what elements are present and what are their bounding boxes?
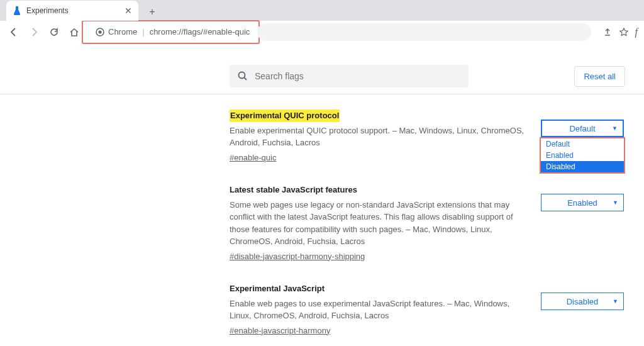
chevron-down-icon: ▼ [613, 199, 618, 206]
tab-bar: Experiments ✕ + [0, 0, 644, 21]
svg-point-2 [239, 72, 245, 79]
dropdown-option[interactable]: Default [541, 138, 624, 150]
flag-title: Latest stable JavaScript features [230, 184, 528, 196]
back-button[interactable] [6, 25, 21, 40]
flag-select[interactable]: Enabled ▼ [541, 194, 624, 211]
share-icon[interactable] [602, 27, 613, 37]
search-icon [237, 70, 248, 82]
flag-item: Experimental QUIC protocol Enable experi… [230, 109, 625, 164]
url-highlight-box: Chrome | chrome://flags/#enable-quic [82, 20, 260, 44]
address-bar[interactable]: Chrome | chrome://flags/#enable-quic [87, 23, 258, 41]
home-button[interactable] [67, 25, 82, 40]
url-path: chrome://flags/#enable-quic [150, 27, 250, 36]
url-source: Chrome [108, 27, 137, 36]
tab-title: Experiments [26, 6, 69, 15]
flask-icon [13, 6, 21, 15]
chrome-icon [96, 28, 104, 36]
new-tab-button[interactable]: + [143, 3, 161, 21]
flag-select[interactable]: Disabled ▼ [541, 293, 624, 310]
reset-all-button[interactable]: Reset all [574, 66, 625, 87]
search-input[interactable]: Search flags [230, 65, 469, 87]
flag-hash-link[interactable]: #enable-quic [230, 152, 276, 164]
search-placeholder: Search flags [255, 71, 304, 81]
flag-item: Latest stable JavaScript features Some w… [230, 184, 625, 262]
chevron-down-icon: ▼ [613, 298, 618, 304]
flag-hash-link[interactable]: #enable-javascript-harmony [230, 325, 330, 337]
flag-description: Enable experimental QUIC protocol suppor… [230, 125, 528, 149]
svg-point-1 [99, 30, 102, 33]
dropdown-option[interactable]: Enabled [541, 150, 624, 161]
close-icon[interactable]: ✕ [125, 6, 132, 16]
flag-description: Some web pages use legacy or non-standar… [230, 199, 528, 248]
flag-select[interactable]: Default ▼ [541, 120, 624, 137]
flag-item: Experimental JavaScript Enable web pages… [230, 282, 625, 337]
address-bar-rest[interactable] [257, 23, 591, 41]
flag-title: Experimental JavaScript [230, 282, 528, 295]
profile-icon[interactable]: f [635, 26, 638, 38]
browser-tab[interactable]: Experiments ✕ [6, 1, 138, 21]
forward-button[interactable] [26, 25, 42, 40]
star-icon[interactable] [619, 27, 629, 37]
flags-list: Experimental QUIC protocol Enable experi… [0, 94, 644, 346]
flag-title: Experimental QUIC protocol [230, 109, 340, 122]
dropdown-option[interactable]: Disabled [541, 161, 624, 172]
reload-button[interactable] [47, 25, 62, 40]
toolbar: Chrome | chrome://flags/#enable-quic f [0, 21, 644, 43]
page-content: Search flags Reset all Experimental QUIC… [0, 43, 644, 346]
flag-hash-link[interactable]: #disable-javascript-harmony-shipping [230, 250, 365, 263]
flag-dropdown: Default Enabled Disabled [540, 137, 625, 174]
search-row: Search flags Reset all [0, 59, 644, 94]
flag-description: Enable web pages to use experimental Jav… [230, 298, 528, 322]
chevron-down-icon: ▼ [612, 125, 618, 131]
